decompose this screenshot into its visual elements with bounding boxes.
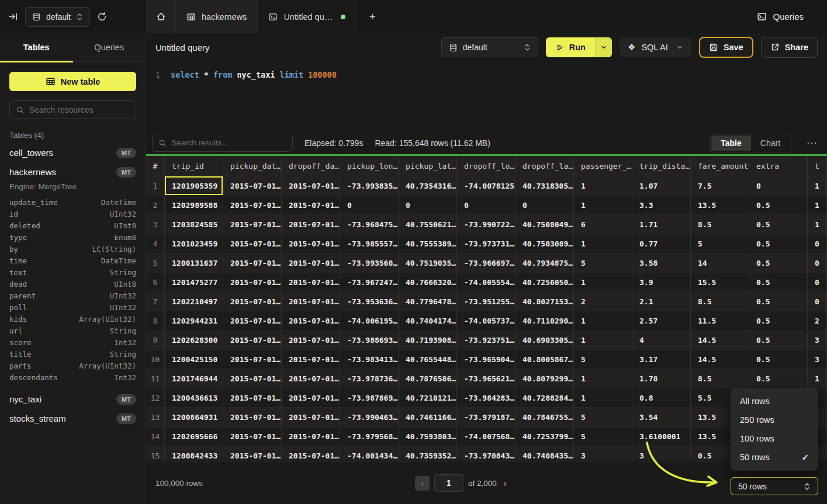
table-cell[interactable]: 40.8027153…	[515, 292, 574, 311]
table-cell[interactable]: 0.5	[749, 331, 808, 350]
column-header[interactable]: pickup_lon…	[340, 156, 399, 176]
view-tab-table[interactable]: Table	[711, 135, 751, 151]
table-cell[interactable]: -73.973731…	[457, 234, 515, 253]
row-number[interactable]: 10	[146, 350, 165, 369]
table-cell[interactable]: 4	[632, 331, 691, 350]
table-cell[interactable]: -73.953636…	[340, 292, 399, 311]
table-cell[interactable]: 1200425150	[165, 350, 223, 369]
table-cell[interactable]: 3.9	[632, 273, 691, 292]
table-cell[interactable]: 2	[574, 292, 632, 311]
table-cell[interactable]: 2015-07-01…	[223, 427, 282, 446]
column-header[interactable]: passenger_…	[574, 156, 632, 176]
view-tab-chart[interactable]: Chart	[751, 135, 790, 151]
row-number[interactable]: 7	[146, 292, 165, 311]
table-cell[interactable]: 2015-07-01…	[223, 234, 282, 253]
tab-home[interactable]	[146, 0, 175, 33]
table-cell[interactable]: 0.5	[749, 196, 808, 215]
table-cell[interactable]: 1	[574, 311, 632, 331]
table-cell[interactable]: 40.7519035…	[399, 253, 457, 273]
table-cell[interactable]: 40.7359352…	[399, 446, 457, 460]
table-cell[interactable]: -73.970843…	[457, 446, 515, 460]
table-cell[interactable]: 1.07	[632, 176, 691, 196]
next-page-button[interactable]: ›	[501, 478, 509, 488]
run-button[interactable]: Run	[546, 37, 595, 57]
table-cell[interactable]: 2015-07-01…	[223, 311, 282, 331]
page-size-option[interactable]: 50 rows✓	[731, 448, 818, 467]
table-cell[interactable]: 2015-07-01…	[282, 350, 340, 369]
page-size-option[interactable]: All rows	[731, 392, 818, 411]
table-cell[interactable]: 1	[808, 196, 827, 215]
table-cell[interactable]: 5	[574, 427, 632, 446]
table-cell[interactable]: 0.5	[749, 234, 808, 253]
table-cell[interactable]: -73.990463…	[340, 408, 399, 427]
table-cell[interactable]: 2015-07-01…	[282, 253, 340, 273]
column-header[interactable]: dropoff_la…	[515, 156, 574, 176]
table-cell[interactable]: 2015-07-01…	[282, 273, 340, 292]
table-cell[interactable]: 2015-07-01…	[282, 292, 340, 311]
table-cell[interactable]: 0	[808, 234, 827, 253]
table-cell[interactable]: 2015-07-01…	[282, 427, 340, 446]
table-cell[interactable]: 1.71	[632, 215, 691, 234]
table-cell[interactable]: 1202695666	[165, 427, 223, 446]
table-cell[interactable]: 1	[574, 369, 632, 388]
table-cell[interactable]: 3.3	[632, 196, 691, 215]
table-cell[interactable]: -74.0078125	[457, 176, 515, 196]
refresh-icon[interactable]	[97, 12, 107, 22]
table-cell[interactable]: 1202944231	[165, 311, 223, 331]
table-cell[interactable]: 2015-07-01…	[223, 331, 282, 350]
table-cell[interactable]: 2015-07-01…	[223, 215, 282, 234]
table-cell[interactable]: 40.7193908…	[399, 331, 457, 350]
table-cell[interactable]: 1.78	[632, 369, 691, 388]
column-header[interactable]: pickup_lat…	[399, 156, 457, 176]
table-cell[interactable]: 0	[808, 253, 827, 273]
table-cell[interactable]: -73.968475…	[340, 215, 399, 234]
table-cell[interactable]: 2015-07-01…	[223, 369, 282, 388]
table-cell[interactable]: 40.7318305…	[515, 176, 574, 196]
row-number[interactable]: 12	[146, 388, 165, 408]
row-number[interactable]: 13	[146, 408, 165, 427]
table-cell[interactable]: -73.987869…	[340, 388, 399, 408]
table-cell[interactable]: 40.7404174…	[399, 311, 457, 331]
table-cell[interactable]: 0	[457, 196, 515, 215]
table-cell[interactable]: 0.5	[749, 350, 808, 369]
table-cell[interactable]: 1201023459	[165, 234, 223, 253]
table-cell[interactable]: 8.5	[691, 292, 749, 311]
sidebar-tab-tables[interactable]: Tables	[0, 33, 73, 61]
sidebar-table-stocks-stream[interactable]: stocks_stream MT	[9, 409, 136, 428]
column-header[interactable]: fare_amount	[691, 156, 749, 176]
sidebar-table-hackernews[interactable]: hackernews MT	[9, 162, 136, 182]
table-cell[interactable]: 3	[574, 446, 632, 460]
table-cell[interactable]: 14	[691, 253, 749, 273]
table-cell[interactable]: 40.7256050…	[515, 273, 574, 292]
sidebar-tab-queries[interactable]: Queries	[73, 33, 146, 61]
queries-button[interactable]: Queries	[757, 0, 827, 33]
table-cell[interactable]: 40.8079299…	[515, 369, 574, 388]
table-cell[interactable]: 14.5	[691, 350, 749, 369]
tab-untitled-query[interactable]: Untitled qu…	[257, 0, 357, 33]
table-cell[interactable]: 40.7593803…	[399, 427, 457, 446]
table-cell[interactable]: 2015-07-01…	[223, 253, 282, 273]
table-cell[interactable]: 15.5	[691, 273, 749, 292]
column-header[interactable]: extra	[749, 156, 808, 176]
table-cell[interactable]: 40.7846755…	[515, 408, 574, 427]
table-cell[interactable]: 0.5	[749, 273, 808, 292]
table-cell[interactable]: 3.54	[632, 408, 691, 427]
table-cell[interactable]: 1202628300	[165, 331, 223, 350]
table-cell[interactable]: 1	[574, 273, 632, 292]
table-cell[interactable]: 3	[632, 446, 691, 460]
table-cell[interactable]: 40.7288284…	[515, 388, 574, 408]
row-number[interactable]: 6	[146, 273, 165, 292]
table-cell[interactable]: 5	[574, 253, 632, 273]
table-cell[interactable]: 2015-07-01…	[223, 176, 282, 196]
table-cell[interactable]: -73.988693…	[340, 331, 399, 350]
table-cell[interactable]: 0	[808, 273, 827, 292]
column-header[interactable]: pickup_dat…	[223, 156, 282, 176]
page-size-option[interactable]: 100 rows	[731, 429, 818, 448]
table-cell[interactable]: 5	[574, 350, 632, 369]
table-cell[interactable]: -73.967247…	[340, 273, 399, 292]
table-cell[interactable]: 0.77	[632, 234, 691, 253]
row-number[interactable]: 4	[146, 234, 165, 253]
table-cell[interactable]: 40.7550621…	[399, 215, 457, 234]
table-cell[interactable]: 1201905359	[165, 176, 223, 196]
table-cell[interactable]: 1200864931	[165, 408, 223, 427]
